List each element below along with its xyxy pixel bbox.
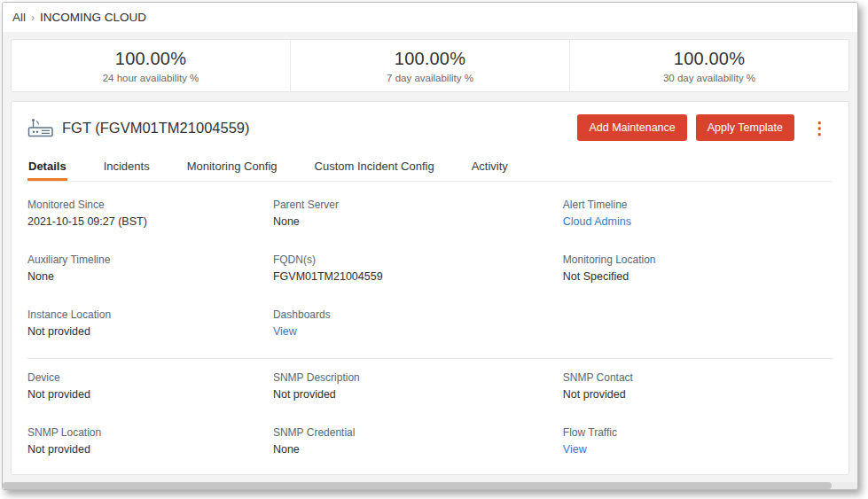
breadcrumb-current: INCOMING CLOUD [40, 11, 146, 24]
tab-details[interactable]: Details [27, 154, 67, 181]
field-value: FGVM01TM21004559 [273, 269, 552, 284]
field-auxiliary-timeline: Auxiliary Timeline None [27, 248, 273, 303]
app-window: All › INCOMING CLOUD 100.00% 24 hour ava… [2, 2, 858, 490]
details-panel: Monitored Since 2021-10-15 09:27 (BST) P… [27, 193, 833, 475]
field-parent-server: Parent Server None [273, 193, 563, 248]
breadcrumb-separator-icon: › [31, 12, 35, 24]
alert-timeline-link[interactable]: Cloud Admins [563, 214, 822, 229]
stat-label: 24 hour availability % [103, 73, 199, 83]
field-label: Instance Location [27, 308, 262, 322]
section-divider [27, 358, 833, 359]
field-dashboards: Dashboards View [273, 303, 563, 358]
details-section-snmp: Device Not provided SNMP Description Not… [27, 366, 833, 475]
field-snmp-contact: SNMP Contact Not provided [563, 366, 833, 421]
field-value: 2021-10-15 09:27 (BST) [27, 214, 262, 229]
field-label: Auxiliary Timeline [27, 253, 262, 267]
field-snmp-description: SNMP Description Not provided [273, 366, 563, 421]
dashboards-view-link[interactable]: View [273, 324, 552, 339]
field-alert-timeline: Alert Timeline Cloud Admins [563, 193, 833, 248]
stat-label: 7 day availability % [387, 73, 473, 83]
stat-value: 100.00% [115, 49, 186, 69]
flow-traffic-view-link[interactable]: View [563, 442, 822, 456]
tab-bar: Details Incidents Monitoring Config Cust… [27, 154, 833, 182]
field-monitoring-location: Monitoring Location Not Specified [563, 248, 833, 303]
field-label: Monitoring Location [563, 253, 822, 267]
field-label: Device [27, 371, 262, 385]
tab-custom-incident-config[interactable]: Custom Incident Config [314, 154, 435, 181]
field-value: None [27, 269, 262, 284]
apply-template-button[interactable]: Apply Template [696, 114, 794, 141]
more-options-kebab-icon[interactable]: ⋮ [807, 118, 833, 138]
field-label: Alert Timeline [563, 199, 822, 212]
field-snmp-credential: SNMP Credential None [273, 421, 563, 475]
breadcrumb: All › INCOMING CLOUD [3, 3, 857, 32]
field-value: Not provided [563, 387, 822, 402]
horizontal-scrollbar[interactable] [3, 482, 857, 489]
field-label: Parent Server [273, 199, 552, 212]
field-label: SNMP Credential [273, 426, 552, 440]
field-label: Dashboards [273, 308, 552, 322]
field-label: Monitored Since [27, 199, 262, 212]
field-value: None [273, 442, 552, 456]
field-label: Flow Traffic [563, 426, 822, 440]
device-icon [27, 117, 54, 138]
stat-30d-availability: 100.00% 30 day availability % [569, 40, 848, 91]
tab-incidents[interactable]: Incidents [103, 154, 151, 181]
page-content: 100.00% 24 hour availability % 100.00% 7… [3, 32, 857, 482]
device-detail-card: FGT (FGVM01TM21004559) Add Maintenance A… [11, 101, 849, 475]
stat-value: 100.00% [674, 49, 745, 69]
breadcrumb-root[interactable]: All [12, 11, 26, 24]
field-value: None [273, 214, 552, 229]
stat-label: 30 day availability % [663, 73, 755, 83]
field-label: SNMP Location [27, 426, 262, 440]
field-value: Not provided [27, 442, 262, 456]
add-maintenance-button[interactable]: Add Maintenance [577, 114, 686, 141]
stat-value: 100.00% [395, 49, 465, 69]
field-value: Not provided [27, 387, 262, 402]
field-flow-traffic: Flow Traffic View [563, 421, 833, 475]
stat-7d-availability: 100.00% 7 day availability % [290, 40, 569, 91]
device-title: FGT (FGVM01TM21004559) [62, 120, 250, 136]
tab-monitoring-config[interactable]: Monitoring Config [186, 154, 278, 181]
field-value: Not provided [27, 324, 262, 339]
horizontal-scrollbar-thumb[interactable] [3, 482, 832, 489]
field-label: SNMP Description [273, 371, 552, 385]
stat-24h-availability: 100.00% 24 hour availability % [12, 40, 290, 91]
availability-stats-card: 100.00% 24 hour availability % 100.00% 7… [11, 39, 849, 92]
field-label: SNMP Contact [563, 371, 822, 385]
tab-activity[interactable]: Activity [471, 154, 509, 181]
field-label: FQDN(s) [273, 253, 552, 267]
field-device: Device Not provided [27, 366, 273, 421]
field-monitored-since: Monitored Since 2021-10-15 09:27 (BST) [27, 193, 273, 248]
card-header: FGT (FGVM01TM21004559) Add Maintenance A… [27, 114, 833, 141]
field-value: Not Specified [563, 269, 822, 284]
field-fqdn: FQDN(s) FGVM01TM21004559 [273, 248, 563, 303]
field-snmp-location: SNMP Location Not provided [27, 421, 273, 475]
details-section-general: Monitored Since 2021-10-15 09:27 (BST) P… [27, 193, 833, 358]
field-value: Not provided [273, 387, 552, 402]
field-instance-location: Instance Location Not provided [27, 303, 273, 358]
